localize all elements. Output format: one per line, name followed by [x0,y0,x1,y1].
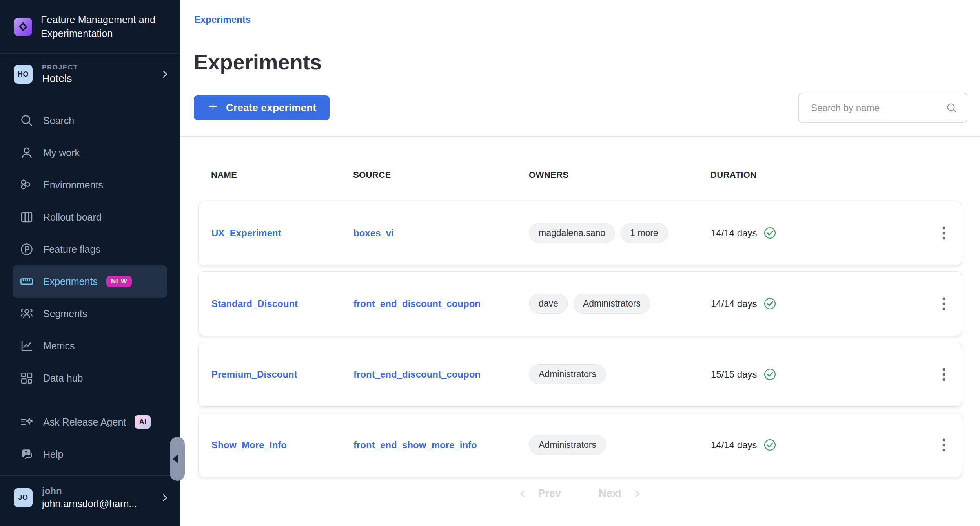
duration-cell: 15/15 days [711,367,917,381]
prev-page-button[interactable]: Prev [517,488,561,500]
owner-pill[interactable]: Administrators [529,364,606,384]
row-menu-button[interactable] [936,434,952,457]
sidebar-item-feature-flags[interactable]: Feature flags [13,233,167,265]
plus-icon [207,100,219,115]
chevron-left-icon [173,455,178,463]
svg-text:?: ? [24,450,27,456]
project-selector[interactable]: HO PROJECT Hotels [0,54,180,95]
app-title: Feature Management and Experimentation [41,13,162,40]
table-row: Standard_Discountfront_end_discount_coup… [198,271,962,336]
duration-text: 14/14 days [711,228,757,239]
owners-cell: daveAdministrators [529,294,711,314]
sidebar-item-label: Experiments [43,276,98,287]
source-link[interactable]: front_end_discount_coupon [353,369,481,380]
duration-text: 15/15 days [711,369,757,380]
hexagons-icon [19,177,35,192]
search-input[interactable] [798,93,967,123]
sidebar-item-label: Data hub [43,373,83,384]
flag-circle-icon [19,242,35,257]
duration-cell: 14/14 days [711,226,917,240]
next-page-label: Next [599,488,622,500]
pagination: Prev Next [180,488,980,500]
experiment-name-link[interactable]: Show_More_Info [211,440,287,451]
owner-pill[interactable]: Administrators [574,294,650,314]
table-header-row: NAMESOURCEOWNERSDURATION [198,137,962,201]
app-logo-icon[interactable] [14,18,32,36]
check-circle-icon [763,367,777,381]
app-root: Feature Management and Experimentation H… [0,0,980,526]
sidebar-item-label: My work [43,147,80,159]
experiment-name-link[interactable]: UX_Experiment [211,228,281,239]
row-menu-button[interactable] [936,222,952,245]
user-avatar: JO [14,488,33,507]
sidebar-item-environments[interactable]: Environments [13,169,167,201]
experiment-name-link[interactable]: Standard_Discount [211,298,298,309]
search-icon [945,102,958,114]
sidebar-item-label: Segments [43,308,87,320]
owners-cell: magdalena.sano1 more [529,223,711,243]
ruler-icon [19,274,35,289]
sidebar-item-experiments[interactable]: ExperimentsNEW [13,265,167,298]
sidebar-item-search[interactable]: Search [13,104,167,137]
column-header-actions [917,170,953,180]
main-content: Experiments Experiments Create experimen… [180,0,980,526]
column-header-source: SOURCE [353,170,529,180]
help-icon: ? [19,447,35,462]
search-box [798,93,967,123]
sidebar-item-label: Rollout board [43,212,102,223]
check-circle-icon [763,297,777,310]
sidebar-item-data-hub[interactable]: Data hub [13,362,167,394]
create-experiment-button[interactable]: Create experiment [194,95,330,120]
project-info: PROJECT Hotels [42,64,78,85]
owner-pill[interactable]: magdalena.sano [529,223,615,243]
table-row: Show_More_Infofront_end_show_more_infoAd… [198,413,962,477]
search-icon [19,113,35,128]
sidebar-collapse-handle[interactable] [170,437,185,481]
table-row: UX_Experimentboxes_vimagdalena.sano1 mor… [198,201,962,265]
owner-pill[interactable]: 1 more [621,223,668,243]
create-experiment-label: Create experiment [226,102,316,114]
column-header-duration: DURATION [710,170,917,180]
project-avatar: HO [14,65,33,84]
datahub-icon [19,371,35,385]
page-title: Experiments [194,51,980,73]
app-header: Feature Management and Experimentation [0,0,180,53]
project-name: Hotels [42,73,78,85]
project-label: PROJECT [42,64,78,71]
source-link[interactable]: boxes_vi [353,228,394,239]
row-menu-button[interactable] [936,292,952,315]
breadcrumb: Experiments [194,14,980,26]
sidebar-item-metrics[interactable]: Metrics [13,330,167,362]
user-email: john.arnsdorf@harn... [42,498,137,510]
experiment-name-link[interactable]: Premium_Discount [211,369,297,380]
sidebar-item-segments[interactable]: Segments [13,298,167,330]
prev-page-label: Prev [538,488,561,500]
owner-pill[interactable]: Administrators [529,435,606,455]
user-menu[interactable]: JO john john.arnsdorf@harn... [0,476,180,519]
source-link[interactable]: front_end_discount_coupon [353,298,481,309]
ai-badge: AI [135,415,151,429]
sidebar-item-label: Ask Release Agent [43,416,126,428]
board-icon [19,210,35,225]
sidebar-item-label: Environments [43,179,103,191]
sidebar-item-rollout-board[interactable]: Rollout board [13,201,167,233]
duration-cell: 14/14 days [711,297,917,310]
sidebar-item-label: Help [43,449,63,460]
owner-pill[interactable]: dave [529,294,568,314]
column-header-owners: OWNERS [529,170,710,180]
user-info: john john.arnsdorf@harn... [42,486,137,510]
next-page-button[interactable]: Next [599,488,642,500]
sidebar-item-ask-release-agent[interactable]: Ask Release AgentAI [13,406,167,438]
sidebar-item-help[interactable]: ?Help [13,438,167,470]
owners-cell: Administrators [529,364,711,384]
sidebar-item-label: Metrics [43,340,75,352]
user-name: john [42,486,137,497]
check-circle-icon [763,438,777,452]
duration-text: 14/14 days [711,298,757,309]
sidebar-item-my-work[interactable]: My work [13,137,167,169]
owners-cell: Administrators [529,435,711,455]
breadcrumb-link[interactable]: Experiments [194,14,251,25]
source-link[interactable]: front_end_show_more_info [353,440,477,451]
row-menu-button[interactable] [936,363,952,386]
chevron-right-icon [159,492,170,503]
